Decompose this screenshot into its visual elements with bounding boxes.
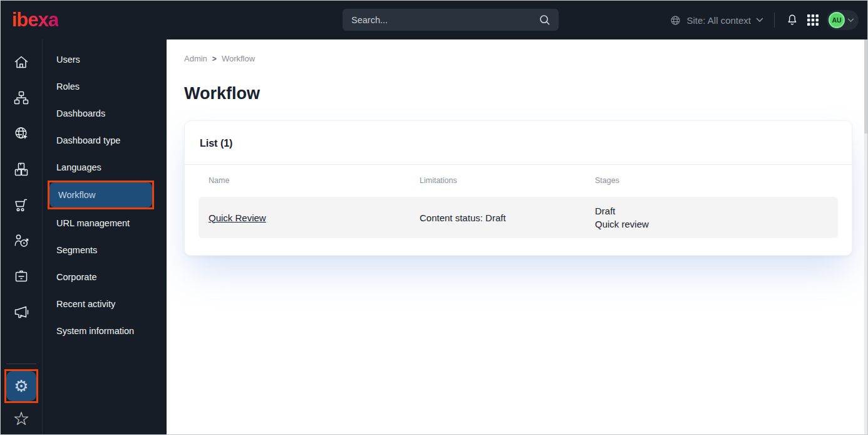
scrollbar-thumb[interactable] (864, 39, 867, 134)
sidebar-item-label: URL management (56, 218, 130, 228)
sidebar-item-dashboard-type[interactable]: Dashboard type (43, 127, 167, 154)
sidebar-item-system-information[interactable]: System information (43, 317, 167, 344)
sidebar-item-recent-activity[interactable]: Recent activity (43, 290, 167, 317)
sidebar-item-label: Languages (56, 162, 101, 172)
column-header-stages: Stages (595, 176, 852, 185)
ibexa-logo: ibexa (12, 9, 58, 31)
site-globe-icon[interactable] (8, 120, 35, 147)
marketing-megaphone-icon[interactable] (8, 298, 35, 326)
sidebar-item-label: Recent activity (56, 299, 115, 309)
breadcrumb: Admin > Workflow (184, 54, 867, 63)
column-header-name: Name (209, 176, 420, 185)
home-icon[interactable] (8, 48, 35, 76)
stage-item: Quick review (595, 218, 838, 231)
sidebar-item-corporate[interactable]: Corporate (43, 263, 167, 290)
global-search[interactable] (343, 9, 559, 31)
commerce-cart-icon[interactable] (8, 191, 35, 219)
globe-icon (669, 14, 681, 26)
cell-stages: Draft Quick review (595, 204, 838, 231)
search-input[interactable] (351, 15, 539, 25)
sidebar-item-languages[interactable]: Languages (43, 154, 167, 181)
topbar-right-cluster: Site: All context AU (669, 1, 859, 39)
annotation-highlight-settings: ⚙ (4, 369, 38, 403)
product-boxes-icon[interactable] (8, 155, 35, 183)
sidebar-item-label: Dashboard type (56, 135, 120, 145)
admin-menu-sidebar: Users Roles Dashboards Dashboard type La… (43, 39, 167, 434)
workflow-link[interactable]: Quick Review (209, 212, 266, 223)
sidebar-item-label: System information (56, 326, 134, 336)
rail-divider (6, 364, 36, 364)
breadcrumb-separator: > (212, 55, 217, 63)
scrollbar[interactable] (864, 39, 867, 434)
breadcrumb-item-workflow: Workflow (222, 54, 255, 63)
sidebar-item-users[interactable]: Users (43, 46, 167, 73)
app-grid-icon[interactable] (807, 14, 819, 26)
site-context-selector[interactable]: Site: All context (669, 14, 763, 26)
top-bar: ibexa Site: All context (1, 1, 867, 39)
bookmarks-star-icon[interactable]: ☆ (13, 409, 30, 428)
workflow-list-card: List (1) Name Limitations Stages Quick R… (184, 120, 852, 256)
sidebar-item-dashboards[interactable]: Dashboards (43, 100, 167, 127)
chevron-down-icon (847, 18, 854, 23)
sidebar-item-label: Workflow (58, 190, 95, 200)
rail-bottom-section: ⚙ ☆ (1, 364, 42, 434)
chevron-down-icon (756, 18, 763, 23)
topbar-divider (774, 13, 775, 28)
user-menu[interactable]: AU (827, 10, 859, 30)
sidebar-item-label: Corporate (56, 272, 96, 282)
cell-name: Quick Review (209, 212, 420, 223)
cell-limitations: Content status: Draft (420, 212, 595, 223)
annotation-highlight-workflow: Workflow (48, 181, 154, 209)
sidebar-item-url-management[interactable]: URL management (43, 209, 167, 236)
table-row: Quick Review Content status: Draft Draft… (199, 197, 838, 238)
star-glyph: ☆ (13, 408, 30, 429)
sidebar-item-label: Roles (56, 81, 80, 92)
stage-item: Draft (595, 204, 838, 218)
column-header-limitations: Limitations (420, 176, 595, 185)
icon-rail-sidebar: ⚙ ☆ (1, 39, 43, 434)
sidebar-item-workflow[interactable]: Workflow (49, 182, 152, 207)
search-icon[interactable] (539, 14, 551, 26)
settings-gear-icon[interactable]: ⚙ (6, 371, 36, 401)
gear-glyph: ⚙ (14, 378, 28, 394)
sidebar-item-segments[interactable]: Segments (43, 236, 167, 263)
content-tree-icon[interactable] (8, 84, 35, 112)
breadcrumb-item-admin[interactable]: Admin (184, 54, 207, 63)
list-heading: List (1) (185, 121, 852, 164)
sidebar-item-label: Segments (56, 245, 97, 255)
site-context-label: Site: All context (686, 15, 751, 26)
sidebar-item-label: Dashboards (56, 108, 105, 118)
customer-target-icon[interactable] (8, 227, 35, 254)
sidebar-item-roles[interactable]: Roles (43, 73, 167, 100)
sidebar-item-label: Users (56, 55, 80, 65)
page-title: Workflow (184, 84, 867, 103)
user-avatar: AU (829, 12, 845, 28)
corporate-badge-icon[interactable] (8, 263, 35, 290)
table-header-row: Name Limitations Stages (185, 165, 852, 197)
app-window: ibexa Site: All context (0, 0, 868, 435)
notifications-bell-icon[interactable] (785, 13, 799, 27)
main-content: Admin > Workflow Workflow List (1) Name … (167, 39, 867, 434)
